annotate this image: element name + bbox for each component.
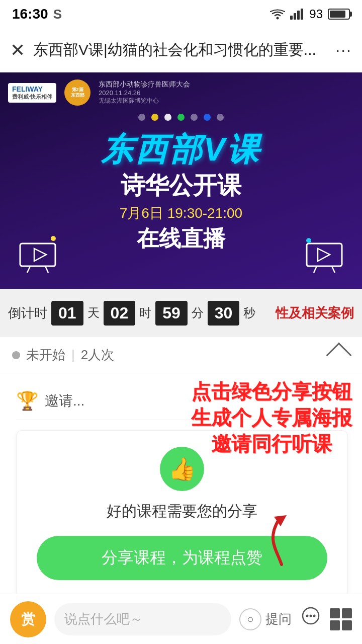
svg-line-13 xyxy=(332,266,335,273)
thumbs-up-icon: 👍 xyxy=(160,447,204,491)
view-count: 2人次 xyxy=(81,346,114,364)
close-button[interactable]: ✕ xyxy=(10,40,25,61)
countdown-days: 01 xyxy=(51,301,83,326)
countdown-hours: 02 xyxy=(104,301,136,326)
thumb-emoji: 👍 xyxy=(168,456,196,482)
invite-text: 邀请... xyxy=(45,391,84,411)
share-area: 点击绿色分享按钮 生成个人专属海报 邀请同行听课 🏆 邀请... 👍 好的课程需… xyxy=(0,373,362,617)
share-button[interactable]: 分享课程，为课程点赞 xyxy=(37,536,327,580)
status-icons: 93 xyxy=(270,7,350,21)
battery-label: 93 xyxy=(309,7,323,21)
banner-location: 无锡太湖国际博览中心 xyxy=(99,97,190,105)
svg-line-7 xyxy=(27,266,30,273)
banner-sub-title: 诗华公开课 xyxy=(10,170,352,202)
dot-active xyxy=(164,114,171,121)
countdown-minutes: 59 xyxy=(155,301,188,326)
svg-point-14 xyxy=(306,238,311,243)
dot-blue xyxy=(204,114,211,121)
comment-input[interactable]: 说点什么吧～ xyxy=(54,603,231,635)
bottom-bar: 赏 说点什么吧～ ○ 提问 xyxy=(0,594,362,644)
nav-bar: ✕ 东西部V课|幼猫的社会化和习惯化的重要... ··· xyxy=(0,28,362,72)
sogou-icon: S xyxy=(53,7,62,22)
svg-rect-4 xyxy=(301,9,303,20)
livestream-status-row: 未开始 | 2人次 xyxy=(0,337,362,373)
status-bar: 16:30 S 93 xyxy=(0,0,362,28)
trophy-icon: 🏆 xyxy=(16,390,39,412)
signal-icon xyxy=(290,9,304,20)
banner-top-bar: FELIWAY 费利威·快乐相伴 第2届东西部 东西部小动物诊疗兽医师大会 20… xyxy=(0,72,362,110)
ask-label: 提问 xyxy=(265,610,292,628)
svg-point-9 xyxy=(51,236,56,241)
hour-unit: 时 xyxy=(139,305,151,321)
banner-date-info: 东西部小动物诊疗兽医师大会 2020.11.24.26 无锡太湖国际博览中心 xyxy=(99,80,190,105)
svg-rect-1 xyxy=(290,16,293,20)
svg-point-17 xyxy=(306,615,309,617)
chat-bubble-icon xyxy=(300,606,322,628)
svg-point-18 xyxy=(310,615,312,617)
status-indicator xyxy=(12,351,20,359)
countdown-label: 倒计时 xyxy=(8,304,47,322)
dot-yellow xyxy=(151,114,158,121)
tv-left-icon xyxy=(15,233,65,274)
banner-time: 7月6日 19:30-21:00 xyxy=(10,204,352,223)
status-time-area: 16:30 S xyxy=(12,6,62,22)
nav-title: 东西部V课|幼猫的社会化和习惯化的重要... xyxy=(33,40,327,60)
countdown-overflow: 性及相关案例 xyxy=(259,304,354,322)
tv-right-icon xyxy=(297,233,347,274)
svg-rect-10 xyxy=(307,244,342,266)
sec-unit: 秒 xyxy=(243,305,255,321)
conference-full-title: 东西部小动物诊疗兽医师大会 xyxy=(99,80,190,89)
banner-date: 2020.11.24.26 xyxy=(99,89,190,97)
svg-point-0 xyxy=(277,17,279,20)
dot-5 xyxy=(191,114,198,121)
status-info: 未开始 | 2人次 xyxy=(12,346,114,364)
share-card: 👍 好的课程需要您的分享 分享课程，为课程点赞 xyxy=(16,430,348,597)
share-button-label: 分享课程，为课程点赞 xyxy=(102,547,262,569)
svg-line-12 xyxy=(314,266,317,273)
day-unit: 天 xyxy=(87,305,100,321)
more-button[interactable]: ··· xyxy=(335,41,352,59)
battery-icon xyxy=(328,9,350,20)
chat-icon-button[interactable] xyxy=(300,606,322,632)
ask-button[interactable]: ○ 提问 xyxy=(239,608,292,630)
comment-placeholder: 说点什么吧～ xyxy=(64,610,143,628)
svg-rect-5 xyxy=(20,244,55,266)
reward-icon-label: 赏 xyxy=(21,610,35,629)
svg-point-19 xyxy=(313,615,316,617)
status-label: 未开始 xyxy=(26,346,65,364)
feliway-logo: FELIWAY 费利威·快乐相伴 xyxy=(8,83,56,103)
svg-marker-6 xyxy=(34,249,46,261)
banner-main-title: 东西部V课 xyxy=(10,128,352,172)
svg-rect-3 xyxy=(297,11,300,20)
min-unit: 分 xyxy=(192,305,204,321)
status-divider: | xyxy=(71,347,75,363)
countdown-seconds: 30 xyxy=(208,301,240,326)
dot-7 xyxy=(217,114,224,121)
share-description: 好的课程需要您的分享 xyxy=(37,501,327,522)
ask-circle-icon: ○ xyxy=(239,608,261,630)
conference-logo: 第2届东西部 xyxy=(64,79,90,106)
grid-icon[interactable] xyxy=(330,608,352,630)
time-display: 16:30 xyxy=(12,6,48,22)
svg-rect-2 xyxy=(294,13,296,20)
invite-row: 🏆 邀请... xyxy=(16,385,346,420)
svg-marker-11 xyxy=(318,249,330,261)
collapse-button[interactable] xyxy=(326,342,352,368)
dot-green xyxy=(177,114,185,121)
video-banner: FELIWAY 费利威·快乐相伴 第2届东西部 东西部小动物诊疗兽医师大会 20… xyxy=(0,72,362,289)
wifi-icon xyxy=(270,9,285,20)
reward-button[interactable]: 赏 xyxy=(10,601,46,637)
banner-dots xyxy=(0,110,362,123)
svg-line-8 xyxy=(45,266,48,273)
dot-1 xyxy=(138,114,145,121)
countdown-bar: 倒计时 01 天 02 时 59 分 30 秒 性及相关案例 xyxy=(0,289,362,337)
